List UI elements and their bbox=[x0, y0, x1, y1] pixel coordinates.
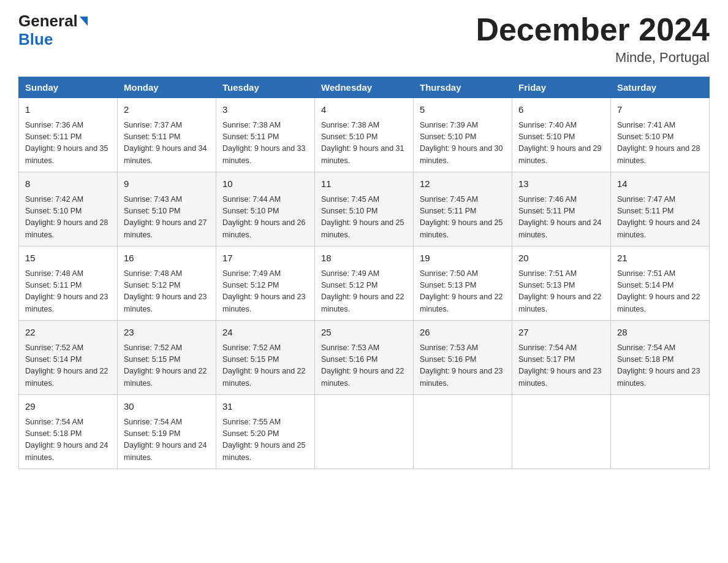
day-info: Sunrise: 7:49 AMSunset: 5:12 PMDaylight:… bbox=[222, 268, 308, 316]
day-info: Sunrise: 7:52 AMSunset: 5:15 PMDaylight:… bbox=[124, 342, 210, 390]
day-info: Sunrise: 7:48 AMSunset: 5:12 PMDaylight:… bbox=[124, 268, 210, 316]
calendar-cell: 6Sunrise: 7:40 AMSunset: 5:10 PMDaylight… bbox=[512, 98, 611, 172]
day-number: 9 bbox=[124, 177, 210, 191]
calendar-cell: 26Sunrise: 7:53 AMSunset: 5:16 PMDayligh… bbox=[414, 321, 512, 395]
day-info: Sunrise: 7:54 AMSunset: 5:19 PMDaylight:… bbox=[124, 416, 210, 464]
day-info: Sunrise: 7:54 AMSunset: 5:17 PMDaylight:… bbox=[518, 342, 604, 390]
day-info: Sunrise: 7:44 AMSunset: 5:10 PMDaylight:… bbox=[222, 194, 308, 242]
day-info: Sunrise: 7:51 AMSunset: 5:13 PMDaylight:… bbox=[518, 268, 604, 316]
day-info: Sunrise: 7:38 AMSunset: 5:11 PMDaylight:… bbox=[222, 120, 308, 167]
calendar-cell: 29Sunrise: 7:54 AMSunset: 5:18 PMDayligh… bbox=[19, 395, 118, 469]
calendar-cell: 10Sunrise: 7:44 AMSunset: 5:10 PMDayligh… bbox=[216, 172, 315, 247]
calendar-cell: 30Sunrise: 7:54 AMSunset: 5:19 PMDayligh… bbox=[118, 395, 216, 469]
day-info: Sunrise: 7:54 AMSunset: 5:18 PMDaylight:… bbox=[25, 416, 111, 464]
day-info: Sunrise: 7:40 AMSunset: 5:10 PMDaylight:… bbox=[518, 120, 604, 167]
calendar-cell: 19Sunrise: 7:50 AMSunset: 5:13 PMDayligh… bbox=[414, 247, 512, 321]
day-info: Sunrise: 7:45 AMSunset: 5:11 PMDaylight:… bbox=[420, 194, 506, 242]
title-block: December 2024 Minde, Portugal bbox=[476, 12, 710, 66]
day-number: 25 bbox=[321, 326, 407, 340]
col-header-thursday: Thursday bbox=[414, 77, 512, 98]
day-number: 26 bbox=[420, 326, 506, 340]
calendar-cell: 11Sunrise: 7:45 AMSunset: 5:10 PMDayligh… bbox=[315, 172, 414, 247]
day-number: 18 bbox=[321, 251, 407, 266]
logo-line1: General bbox=[18, 12, 88, 30]
day-number: 14 bbox=[617, 177, 703, 191]
logo: General Blue bbox=[18, 12, 88, 49]
day-info: Sunrise: 7:41 AMSunset: 5:10 PMDaylight:… bbox=[617, 120, 703, 167]
day-number: 31 bbox=[222, 400, 308, 414]
day-number: 1 bbox=[25, 103, 111, 117]
day-number: 13 bbox=[518, 177, 604, 191]
day-number: 4 bbox=[321, 103, 407, 117]
col-header-tuesday: Tuesday bbox=[216, 77, 315, 98]
day-number: 10 bbox=[222, 177, 308, 191]
day-number: 30 bbox=[124, 400, 210, 414]
calendar-table: SundayMondayTuesdayWednesdayThursdayFrid… bbox=[18, 77, 710, 469]
col-header-wednesday: Wednesday bbox=[315, 77, 414, 98]
month-title: December 2024 bbox=[476, 12, 710, 47]
calendar-cell: 9Sunrise: 7:43 AMSunset: 5:10 PMDaylight… bbox=[118, 172, 216, 247]
calendar-cell: 12Sunrise: 7:45 AMSunset: 5:11 PMDayligh… bbox=[414, 172, 512, 247]
calendar-cell: 27Sunrise: 7:54 AMSunset: 5:17 PMDayligh… bbox=[512, 321, 611, 395]
day-info: Sunrise: 7:48 AMSunset: 5:11 PMDaylight:… bbox=[25, 268, 111, 316]
calendar-cell bbox=[611, 395, 710, 469]
calendar-cell: 4Sunrise: 7:38 AMSunset: 5:10 PMDaylight… bbox=[315, 98, 414, 172]
calendar-cell: 8Sunrise: 7:42 AMSunset: 5:10 PMDaylight… bbox=[19, 172, 118, 247]
calendar-cell: 16Sunrise: 7:48 AMSunset: 5:12 PMDayligh… bbox=[118, 247, 216, 321]
day-number: 27 bbox=[518, 326, 604, 340]
day-info: Sunrise: 7:52 AMSunset: 5:14 PMDaylight:… bbox=[25, 342, 111, 390]
col-header-monday: Monday bbox=[118, 77, 216, 98]
day-info: Sunrise: 7:55 AMSunset: 5:20 PMDaylight:… bbox=[222, 416, 308, 464]
calendar-cell bbox=[315, 395, 414, 469]
calendar-cell: 7Sunrise: 7:41 AMSunset: 5:10 PMDaylight… bbox=[611, 98, 710, 172]
day-number: 20 bbox=[518, 251, 604, 266]
calendar-cell: 5Sunrise: 7:39 AMSunset: 5:10 PMDaylight… bbox=[414, 98, 512, 172]
calendar-cell: 20Sunrise: 7:51 AMSunset: 5:13 PMDayligh… bbox=[512, 247, 611, 321]
day-info: Sunrise: 7:53 AMSunset: 5:16 PMDaylight:… bbox=[420, 342, 506, 390]
day-number: 6 bbox=[518, 103, 604, 117]
day-info: Sunrise: 7:46 AMSunset: 5:11 PMDaylight:… bbox=[518, 194, 604, 242]
day-number: 12 bbox=[420, 177, 506, 191]
day-number: 2 bbox=[124, 103, 210, 117]
col-header-saturday: Saturday bbox=[611, 77, 710, 98]
calendar-cell: 15Sunrise: 7:48 AMSunset: 5:11 PMDayligh… bbox=[19, 247, 118, 321]
day-number: 22 bbox=[25, 326, 111, 340]
day-info: Sunrise: 7:39 AMSunset: 5:10 PMDaylight:… bbox=[420, 120, 506, 167]
day-info: Sunrise: 7:50 AMSunset: 5:13 PMDaylight:… bbox=[420, 268, 506, 316]
day-info: Sunrise: 7:53 AMSunset: 5:16 PMDaylight:… bbox=[321, 342, 407, 390]
day-number: 19 bbox=[420, 251, 506, 266]
day-number: 5 bbox=[420, 103, 506, 117]
day-info: Sunrise: 7:45 AMSunset: 5:10 PMDaylight:… bbox=[321, 194, 407, 242]
calendar-cell: 2Sunrise: 7:37 AMSunset: 5:11 PMDaylight… bbox=[118, 98, 216, 172]
day-number: 21 bbox=[617, 251, 703, 266]
calendar-cell: 1Sunrise: 7:36 AMSunset: 5:11 PMDaylight… bbox=[19, 98, 118, 172]
day-number: 7 bbox=[617, 103, 703, 117]
calendar-cell: 31Sunrise: 7:55 AMSunset: 5:20 PMDayligh… bbox=[216, 395, 315, 469]
calendar-cell: 13Sunrise: 7:46 AMSunset: 5:11 PMDayligh… bbox=[512, 172, 611, 247]
calendar-cell: 14Sunrise: 7:47 AMSunset: 5:11 PMDayligh… bbox=[611, 172, 710, 247]
day-info: Sunrise: 7:51 AMSunset: 5:14 PMDaylight:… bbox=[617, 268, 703, 316]
col-header-sunday: Sunday bbox=[19, 77, 118, 98]
calendar-cell: 25Sunrise: 7:53 AMSunset: 5:16 PMDayligh… bbox=[315, 321, 414, 395]
day-number: 15 bbox=[25, 251, 111, 266]
calendar-cell: 23Sunrise: 7:52 AMSunset: 5:15 PMDayligh… bbox=[118, 321, 216, 395]
calendar-cell bbox=[414, 395, 512, 469]
day-number: 11 bbox=[321, 177, 407, 191]
day-info: Sunrise: 7:49 AMSunset: 5:12 PMDaylight:… bbox=[321, 268, 407, 316]
day-number: 29 bbox=[25, 400, 111, 414]
day-number: 24 bbox=[222, 326, 308, 340]
day-info: Sunrise: 7:54 AMSunset: 5:18 PMDaylight:… bbox=[617, 342, 703, 390]
calendar-cell: 28Sunrise: 7:54 AMSunset: 5:18 PMDayligh… bbox=[611, 321, 710, 395]
calendar-cell: 24Sunrise: 7:52 AMSunset: 5:15 PMDayligh… bbox=[216, 321, 315, 395]
day-number: 3 bbox=[222, 103, 308, 117]
calendar-cell bbox=[512, 395, 611, 469]
day-number: 16 bbox=[124, 251, 210, 266]
day-number: 17 bbox=[222, 251, 308, 266]
day-info: Sunrise: 7:47 AMSunset: 5:11 PMDaylight:… bbox=[617, 194, 703, 242]
day-number: 8 bbox=[25, 177, 111, 191]
day-info: Sunrise: 7:38 AMSunset: 5:10 PMDaylight:… bbox=[321, 120, 407, 167]
calendar-cell: 22Sunrise: 7:52 AMSunset: 5:14 PMDayligh… bbox=[19, 321, 118, 395]
calendar-cell: 21Sunrise: 7:51 AMSunset: 5:14 PMDayligh… bbox=[611, 247, 710, 321]
logo-line2: Blue bbox=[18, 30, 53, 49]
col-header-friday: Friday bbox=[512, 77, 611, 98]
